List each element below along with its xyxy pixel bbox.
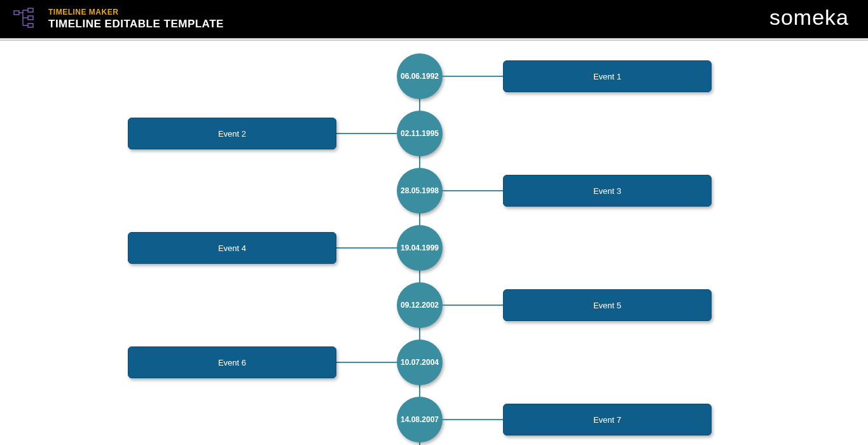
timeline-event-label: Event 1 xyxy=(593,72,621,81)
timeline-event-box[interactable]: Event 2 xyxy=(128,118,336,149)
timeline-event-box[interactable]: Event 1 xyxy=(503,60,712,92)
timeline-canvas: 06.06.1992Event 102.11.1995Event 228.05.… xyxy=(0,41,868,442)
timeline-node[interactable]: 02.11.1995 xyxy=(397,111,443,156)
timeline-node-date: 14.08.2007 xyxy=(401,415,439,424)
timeline-event-box[interactable]: Event 3 xyxy=(503,175,712,207)
timeline-node-date: 19.04.1999 xyxy=(401,243,439,252)
timeline-node-date: 28.05.1998 xyxy=(401,186,439,195)
timeline-connector xyxy=(336,247,397,249)
timeline-node[interactable]: 10.07.2004 xyxy=(397,339,443,385)
timeline-connector xyxy=(443,305,503,306)
timeline-connector xyxy=(443,419,503,420)
timeline-node-date: 02.11.1995 xyxy=(401,129,439,138)
app-header: TIMELINE MAKER TIMELINE EDITABLE TEMPLAT… xyxy=(0,0,868,38)
header-titles: TIMELINE MAKER TIMELINE EDITABLE TEMPLAT… xyxy=(48,8,224,31)
timeline-event-label: Event 6 xyxy=(218,358,246,367)
timeline-connector xyxy=(443,190,503,191)
timeline-connector xyxy=(336,133,397,134)
timeline-event-label: Event 5 xyxy=(593,301,621,310)
timeline-event-label: Event 4 xyxy=(218,243,246,253)
timeline-event-box[interactable]: Event 5 xyxy=(503,289,712,321)
svg-rect-1 xyxy=(28,8,33,12)
timeline-node[interactable]: 06.06.1992 xyxy=(397,53,443,99)
timeline-event-box[interactable]: Event 4 xyxy=(128,232,336,264)
timeline-event-box[interactable]: Event 6 xyxy=(128,346,336,378)
svg-rect-2 xyxy=(28,16,33,20)
timeline-node-date: 09.12.2002 xyxy=(401,301,439,310)
timeline-event-label: Event 3 xyxy=(593,186,621,196)
timeline-node-date: 10.07.2004 xyxy=(401,358,439,367)
timeline-event-label: Event 7 xyxy=(593,415,621,425)
hierarchy-icon xyxy=(13,7,37,31)
timeline-node[interactable]: 14.08.2007 xyxy=(397,397,443,442)
timeline-node[interactable]: 28.05.1998 xyxy=(397,168,443,214)
timeline-connector xyxy=(443,76,503,77)
timeline-event-box[interactable]: Event 7 xyxy=(503,404,712,435)
timeline-connector xyxy=(336,362,397,363)
header-left: TIMELINE MAKER TIMELINE EDITABLE TEMPLAT… xyxy=(13,7,224,31)
svg-rect-0 xyxy=(14,11,19,15)
header-subtitle: TIMELINE MAKER xyxy=(48,8,224,17)
timeline-node-date: 06.06.1992 xyxy=(401,72,439,81)
header-title: TIMELINE EDITABLE TEMPLATE xyxy=(48,18,224,31)
timeline-event-label: Event 2 xyxy=(218,129,246,139)
brand-logo: someka xyxy=(769,5,849,30)
timeline-node[interactable]: 19.04.1999 xyxy=(397,225,443,271)
svg-rect-3 xyxy=(28,24,33,27)
timeline-node[interactable]: 09.12.2002 xyxy=(397,282,443,328)
